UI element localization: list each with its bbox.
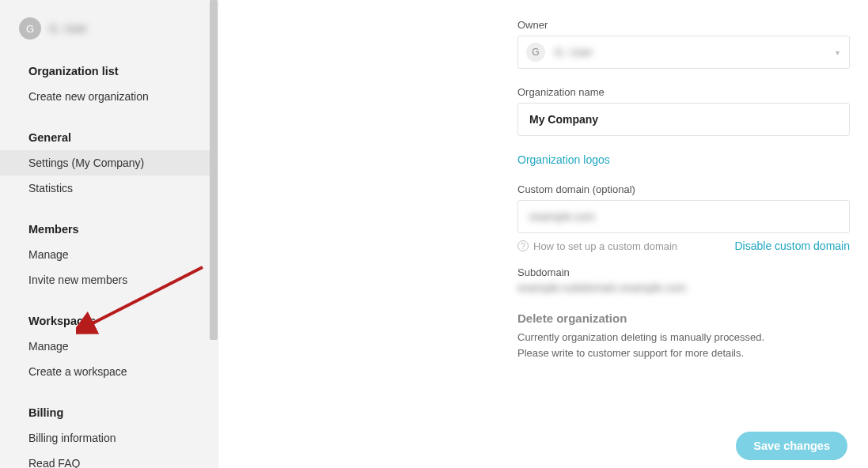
main: Owner G G. User ▾ Organization name Orga… [218, 0, 868, 468]
sidebar-item-read-faq[interactable]: Read FAQ [0, 451, 218, 468]
custom-domain-help[interactable]: ? How to set up a custom domain [517, 240, 677, 252]
sidebar-item-workspaces-manage[interactable]: Manage [0, 334, 218, 359]
owner-name: G. User [555, 46, 593, 58]
section-heading-org-list: Organization list [0, 54, 218, 84]
section-heading-workspaces: Workspaces [0, 304, 218, 334]
sidebar-item-billing-info[interactable]: Billing information [0, 425, 218, 451]
owner-label: Owner [517, 19, 850, 31]
delete-org-text-2: Please write to customer support for mor… [517, 345, 850, 361]
disable-custom-domain-link[interactable]: Disable custom domain [734, 240, 850, 252]
custom-domain-label: Custom domain (optional) [517, 183, 850, 195]
section-heading-billing: Billing [0, 395, 218, 425]
sidebar-item-statistics[interactable]: Statistics [0, 176, 218, 201]
org-logos-link[interactable]: Organization logos [517, 153, 610, 166]
delete-org-text-1: Currently organization deleting is manua… [517, 330, 850, 345]
section-heading-general: General [0, 120, 218, 150]
sidebar-item-create-org[interactable]: Create new organization [0, 84, 218, 109]
subdomain-value: example-subdomain.example.com [517, 281, 686, 294]
section-heading-members: Members [0, 212, 218, 242]
custom-domain-value[interactable]: example.com [529, 210, 595, 223]
sidebar-scrollbar-thumb[interactable] [210, 0, 218, 340]
sidebar-scrollbar-track [210, 0, 218, 468]
sidebar-item-create-workspace[interactable]: Create a workspace [0, 359, 218, 384]
org-name-input[interactable] [517, 103, 850, 136]
owner-avatar: G [526, 43, 545, 62]
sidebar-item-invite-members[interactable]: Invite new members [0, 267, 218, 292]
sidebar: G G. User Organization list Create new o… [0, 0, 218, 468]
save-changes-button[interactable]: Save changes [736, 432, 847, 460]
org-name-label: Organization name [517, 86, 850, 98]
sidebar-item-members-manage[interactable]: Manage [0, 242, 218, 267]
user-block[interactable]: G G. User [0, 14, 218, 54]
subdomain-label: Subdomain [517, 266, 850, 278]
owner-select[interactable]: G G. User ▾ [517, 36, 850, 69]
sidebar-item-settings[interactable]: Settings (My Company) [0, 150, 218, 176]
help-icon: ? [517, 240, 529, 251]
user-name: G. User [49, 22, 87, 35]
custom-domain-help-text: How to set up a custom domain [533, 240, 677, 252]
avatar: G [19, 17, 41, 40]
chevron-down-icon: ▾ [836, 48, 840, 57]
delete-org-heading: Delete organization [517, 311, 850, 325]
